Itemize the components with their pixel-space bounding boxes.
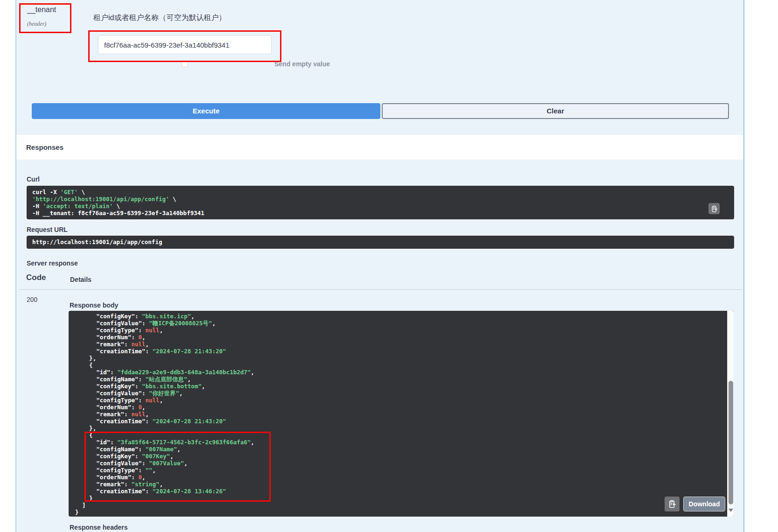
tenant-value-input[interactable] (98, 35, 272, 54)
response-body-label: Response body (70, 301, 118, 309)
parameter-name: __tenant (27, 6, 56, 14)
operation-block: __tenant (header) 租户id或者租户名称（可空为默认租户） Se… (15, 0, 744, 532)
responses-section-header: Responses (16, 135, 743, 160)
request-url-label: Request URL (27, 226, 68, 233)
curl-command-block: curl -X 'GET' \ 'http://localhost:19001/… (27, 186, 734, 219)
scroll-down-arrow-icon[interactable] (729, 509, 733, 512)
execute-button[interactable]: Execute (32, 103, 380, 119)
request-url-block: http://localhost:19001/api/app/config (27, 236, 734, 249)
response-body-scrollbar[interactable] (727, 311, 734, 517)
send-empty-value-checkbox[interactable] (182, 61, 188, 67)
response-body-json: "configKey": "bbs.site.icp", "configValu… (69, 311, 734, 516)
request-url-value: http://localhost:19001/api/app/config (32, 236, 162, 249)
download-button[interactable]: Download (683, 497, 725, 511)
curl-command-text: curl -X 'GET' \ 'http://localhost:19001/… (32, 189, 729, 217)
server-response-label: Server response (27, 259, 78, 267)
parameters-section: __tenant (header) 租户id或者租户名称（可空为默认租户） Se… (16, 0, 743, 135)
curl-label: Curl (27, 175, 40, 183)
parameter-location: (header) (27, 21, 46, 28)
code-column-header: Code (26, 273, 46, 282)
status-code: 200 (27, 296, 37, 303)
clipboard-icon (711, 205, 718, 212)
clear-button[interactable]: Clear (382, 103, 729, 119)
swagger-ui-page: __tenant (header) 租户id或者租户名称（可空为默认租户） Se… (0, 0, 778, 532)
send-empty-value-label: Send empty value (274, 60, 330, 68)
clipboard-icon (668, 500, 676, 508)
response-headers-label: Response headers (70, 524, 128, 531)
parameter-description: 租户id或者租户名称（可空为默认租户） (93, 13, 226, 23)
response-table-divider (20, 289, 742, 290)
response-copy-icon[interactable] (665, 497, 680, 511)
responses-title: Responses (26, 143, 63, 151)
curl-copy-icon[interactable] (708, 203, 720, 214)
response-body-block: "configKey": "bbs.site.icp", "configValu… (69, 311, 734, 517)
details-column-header: Details (70, 276, 91, 283)
scrollbar-thumb[interactable] (729, 381, 733, 504)
